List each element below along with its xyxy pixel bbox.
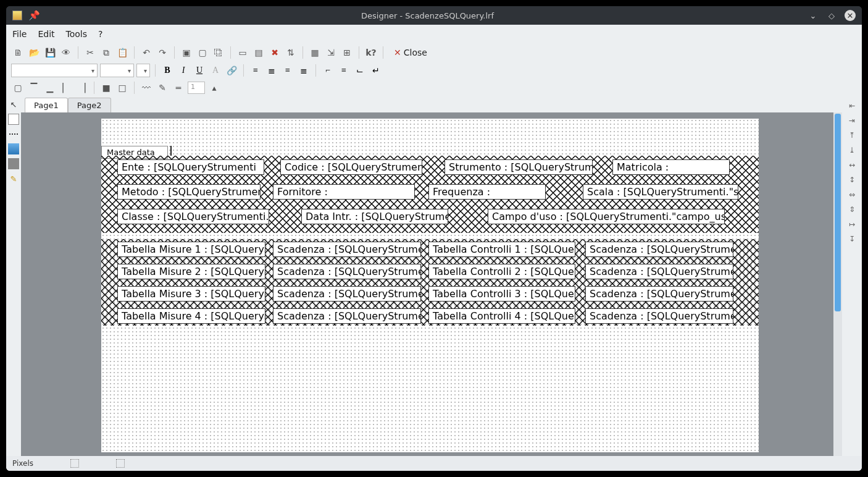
align-justify-icon[interactable]: ≣ [297, 64, 311, 77]
field-scadenza-c1[interactable]: Scadenza : [SQLQueryStrument [585, 242, 733, 257]
field-scadenza-m2[interactable]: Scadenza : [SQLQueryStrument [273, 264, 421, 279]
report-page[interactable]: Master data Ente : [SQLQueryStrumenti Co… [101, 119, 759, 452]
align-left-icon[interactable]: ≡ [249, 64, 262, 77]
new-icon[interactable]: 🗎 [11, 46, 25, 59]
frame-top-icon[interactable]: ▔ [27, 81, 41, 95]
close-designer-button[interactable]: ✕ Close [388, 45, 433, 60]
minimize-button[interactable]: ⌄ [807, 10, 819, 21]
field-scadenza-m4[interactable]: Scadenza : [SQLQueryStrument [273, 308, 421, 324]
align-top-edges-icon[interactable]: ⤒ [846, 131, 858, 140]
field-dataintr[interactable]: Data Intr. : [SQLQueryStrumenti [301, 209, 448, 224]
same-width-icon[interactable]: ↦ [846, 220, 858, 229]
save-icon[interactable]: 💾 [43, 46, 57, 59]
memo-tool-icon[interactable] [8, 114, 19, 125]
align-center-icon[interactable]: ≣ [265, 64, 278, 77]
tab-page2[interactable]: Page2 [68, 98, 111, 112]
bold-button[interactable]: B [161, 64, 174, 77]
master-data-band[interactable]: Ente : [SQLQueryStrumenti Codice : [SQLQ… [101, 156, 759, 233]
line-width-icon[interactable]: ═ [172, 81, 185, 95]
vertical-scrollbar[interactable] [833, 112, 842, 456]
fontsize-combo[interactable] [100, 64, 134, 77]
close-window-button[interactable]: ✕ [845, 10, 856, 21]
fontcolor-button[interactable]: A [209, 64, 222, 77]
field-scadenza-c2[interactable]: Scadenza : [SQLQueryStrument [585, 264, 733, 279]
scrollbar-thumb[interactable] [835, 114, 841, 311]
frame-none-icon[interactable]: ▢ [11, 81, 25, 95]
highlight-button[interactable]: 🔗 [225, 64, 238, 77]
field-matricola[interactable]: Matricola : [612, 159, 730, 175]
preview-icon[interactable]: 👁 [59, 46, 73, 59]
field-tabella-misure-3[interactable]: Tabella Misure 3 : [SQLQuerySt [117, 286, 265, 302]
field-ente[interactable]: Ente : [SQLQueryStrumenti [117, 159, 264, 175]
field-scadenza-m3[interactable]: Scadenza : [SQLQueryStrument [273, 286, 421, 302]
page-setup-icon[interactable]: ▭ [236, 46, 249, 59]
canvas[interactable]: Master data Ente : [SQLQueryStrumenti Co… [21, 112, 842, 456]
bring-front-icon[interactable]: ▣ [180, 46, 193, 59]
whatsthis-icon[interactable]: k? [364, 46, 378, 59]
cut-icon[interactable]: ✂ [83, 46, 97, 59]
page-add-icon[interactable]: ▤ [252, 46, 265, 59]
field-tabella-controlli-3[interactable]: Tabella Controlli 3 : [SQLQuery [428, 286, 575, 302]
center-horiz-icon[interactable]: ↔ [846, 161, 858, 169]
field-classe[interactable]: Classe : [SQLQueryStrumenti."cl [117, 209, 269, 224]
spin-up-icon[interactable]: ▴ [207, 81, 221, 95]
field-scala[interactable]: Scala : [SQLQueryStrumenti."sca [583, 184, 738, 200]
field-strumento[interactable]: Strumento : [SQLQueryStrumen [444, 159, 593, 175]
undo-icon[interactable]: ↶ [140, 46, 153, 59]
valign-top-icon[interactable]: ⌐ [321, 64, 335, 77]
menu-help[interactable]: ? [98, 29, 102, 39]
field-campo-uso[interactable]: Campo d'uso : [SQLQueryStrumenti."campo_… [488, 209, 725, 224]
field-tabella-misure-2[interactable]: Tabella Misure 2 : [SQLQuerySt [117, 264, 265, 279]
menu-file[interactable]: File [12, 29, 27, 39]
detail-band[interactable]: Tabella Misure 1 : [SQLQuerySt Scadenza … [101, 239, 759, 326]
align-right-edges-icon[interactable]: ⇥ [846, 116, 858, 125]
image-tool-icon[interactable] [8, 143, 19, 154]
grid-align-icon[interactable]: ⊞ [340, 46, 354, 59]
grid-snap-icon[interactable]: ⇲ [324, 46, 338, 59]
valign-middle-icon[interactable]: ≡ [337, 64, 351, 77]
space-horiz-icon[interactable]: ⇔ [846, 190, 858, 199]
field-tabella-misure-4[interactable]: Tabella Misure 4 : [SQLQuerySt [117, 308, 265, 324]
line-style-icon[interactable]: 〰 [140, 81, 153, 95]
center-vert-icon[interactable]: ↕ [846, 175, 858, 184]
menu-tools[interactable]: Tools [66, 29, 88, 39]
pin-icon[interactable]: 📌 [28, 10, 40, 21]
send-back-icon[interactable]: ▢ [196, 46, 209, 59]
page-delete-icon[interactable]: ✖ [268, 46, 282, 59]
select-tool-icon[interactable]: ↖ [8, 99, 19, 110]
field-scadenza-c4[interactable]: Scadenza : [SQLQueryStrument [585, 308, 733, 324]
grid-show-icon[interactable]: ▦ [308, 46, 322, 59]
line-color-icon[interactable]: ✎ [156, 81, 169, 95]
paste-icon[interactable]: 📋 [115, 46, 129, 59]
band-tool-icon[interactable] [8, 158, 19, 169]
draw-tool-icon[interactable]: ✎ [8, 173, 19, 184]
redo-icon[interactable]: ↷ [156, 46, 169, 59]
field-fornitore[interactable]: Fornitore : [273, 184, 415, 200]
align-bottom-edges-icon[interactable]: ⤓ [846, 146, 858, 154]
group-icon[interactable]: ⿻ [212, 46, 225, 59]
open-icon[interactable]: 📂 [27, 46, 41, 59]
frame-bottom-icon[interactable]: ▁ [43, 81, 57, 95]
maximize-button[interactable]: ◇ [826, 10, 837, 21]
font-combo[interactable] [11, 64, 98, 77]
italic-button[interactable]: I [177, 64, 190, 77]
line-width-value[interactable]: 1 [188, 82, 205, 94]
copy-icon[interactable]: ⧉ [99, 46, 113, 59]
field-scadenza-m1[interactable]: Scadenza : [SQLQueryStrument [273, 242, 421, 257]
menu-edit[interactable]: Edit [38, 29, 54, 39]
frame-all-icon[interactable]: ■ [99, 81, 113, 95]
color-combo[interactable] [136, 64, 150, 77]
field-tabella-controlli-4[interactable]: Tabella Controlli 4 : [SQLQuery [428, 308, 575, 324]
valign-bottom-icon[interactable]: ⌙ [353, 64, 367, 77]
field-tabella-controlli-2[interactable]: Tabella Controlli 2 : [SQLQuery [428, 264, 575, 279]
frame-left-icon[interactable]: ▏ [59, 81, 73, 95]
same-height-icon[interactable]: ↧ [846, 235, 858, 243]
frame-clear-icon[interactable]: □ [115, 81, 129, 95]
field-codice[interactable]: Codice : [SQLQueryStrumenti [280, 159, 422, 175]
wordwrap-icon[interactable]: ↵ [369, 64, 383, 77]
sort-icon[interactable]: ⇅ [284, 46, 298, 59]
frame-right-icon[interactable]: ▕ [75, 81, 89, 95]
field-tabella-controlli-1[interactable]: Tabella Controlli 1 : [SQLQuery [428, 242, 575, 257]
underline-button[interactable]: U [193, 64, 206, 77]
space-vert-icon[interactable]: ⇕ [846, 205, 858, 214]
